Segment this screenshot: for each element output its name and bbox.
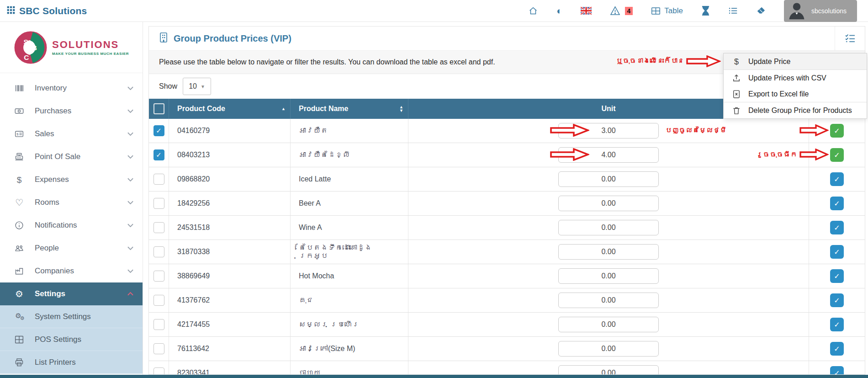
row-checkbox[interactable]: ✓ <box>153 125 164 136</box>
unit-price-input[interactable] <box>558 171 659 187</box>
column-header-product-name[interactable]: Product Name ▲▼ <box>291 99 408 119</box>
menu-item-label: Export to Excel file <box>748 90 809 98</box>
row-select-cell <box>149 192 169 215</box>
menu-item-update-price[interactable]: $ Update Price <box>724 53 867 69</box>
unit-price-input[interactable] <box>558 268 659 284</box>
card-menu-button[interactable] <box>835 27 865 51</box>
unit-price-input[interactable] <box>558 341 659 357</box>
sidebar-subitem-system-settings[interactable]: ⚙⚙ System Settings <box>0 305 143 328</box>
apps-grid-icon <box>6 5 16 16</box>
sidebar-subitem-list-printers[interactable]: List Printers <box>0 351 143 374</box>
sidebar-item-settings[interactable]: ⚙ Settings <box>0 282 143 305</box>
row-checkbox[interactable] <box>153 367 164 375</box>
menu-item-label: Update Price <box>748 58 791 66</box>
table-view-label: Table <box>664 6 683 16</box>
confirm-price-button[interactable]: ✓ <box>830 148 844 162</box>
select-all-checkbox[interactable] <box>153 103 164 114</box>
row-checkbox[interactable] <box>153 246 164 257</box>
alerts-button[interactable]: 4 <box>610 6 633 16</box>
contrast-icon[interactable]: ◐ <box>556 6 562 16</box>
action-cell: ✓ <box>809 288 865 312</box>
sidebar-item-rooms[interactable]: ♡ Rooms <box>0 191 143 214</box>
product-code-header-label: Product Code <box>177 105 225 113</box>
bottom-scrollbar[interactable] <box>0 375 868 378</box>
brand[interactable]: SBC Solutions <box>0 5 87 16</box>
sidebar-item-inventory[interactable]: Inventory <box>0 77 143 100</box>
product-name-cell: អាវក្រៅ(Size M) <box>291 337 408 361</box>
row-checkbox[interactable] <box>153 319 164 330</box>
sidebar-item-companies[interactable]: Companies <box>0 260 143 282</box>
sales-icon: $ <box>14 129 25 138</box>
confirm-price-button[interactable]: ✓ <box>830 245 844 259</box>
row-checkbox[interactable] <box>153 343 164 354</box>
language-flag-icon[interactable] <box>581 7 592 15</box>
row-select-cell <box>149 216 169 240</box>
table-row: 09868820 Iced Latte ✓ <box>149 167 865 192</box>
card-dropdown-menu: $ Update Price Update Prices with CSV Ex… <box>723 53 867 119</box>
column-header-product-code[interactable]: Product Code ▲ <box>169 99 291 119</box>
unit-price-input[interactable] <box>558 244 659 260</box>
list-icon[interactable] <box>728 6 738 15</box>
svg-text:$: $ <box>16 132 19 136</box>
pos-icon <box>14 152 25 161</box>
product-code-cell: 09868820 <box>169 167 291 191</box>
sidebar-item-sales[interactable]: $ Sales <box>0 122 143 145</box>
chevron-down-icon <box>127 152 133 161</box>
action-cell: ✓ <box>809 313 865 336</box>
unit-price-input[interactable] <box>558 196 659 211</box>
select-all-cell <box>149 99 169 119</box>
confirm-price-button[interactable]: ✓ <box>830 366 844 375</box>
user-menu[interactable]: sbcsolutions <box>784 0 857 22</box>
product-name-cell: Hot Mocha <box>291 264 408 288</box>
home-icon[interactable] <box>528 6 538 16</box>
sort-asc-icon: ▲ <box>281 107 286 111</box>
sidebar-item-purchases[interactable]: Purchases <box>0 100 143 122</box>
row-checkbox[interactable] <box>153 222 164 233</box>
brand-name: SBC Solutions <box>19 5 87 16</box>
sidebar-item-people[interactable]: People <box>0 237 143 260</box>
hourglass-icon[interactable] <box>701 6 710 16</box>
table-icon <box>651 7 661 15</box>
sidebar-item-point-of-sale[interactable]: Point Of Sale <box>0 145 143 168</box>
product-name-cell: គុជ <box>291 288 408 312</box>
sidebar-item-label: Sales <box>35 129 54 138</box>
confirm-price-button[interactable]: ✓ <box>830 342 844 356</box>
unit-cell <box>408 192 809 215</box>
row-checkbox[interactable] <box>153 271 164 282</box>
menu-item-delete-group-price-for-products[interactable]: Delete Group Price for Products <box>724 102 867 118</box>
sidebar-subitem-label: POS Settings <box>35 335 81 344</box>
row-checkbox[interactable] <box>153 295 164 306</box>
row-checkbox[interactable]: ✓ <box>153 149 164 160</box>
confirm-price-button[interactable]: ✓ <box>830 221 844 234</box>
unit-price-input[interactable] <box>558 293 659 308</box>
sidebar-item-notifications[interactable]: Notifications <box>0 214 143 237</box>
page-size-select[interactable]: 10 ▼ <box>183 78 211 95</box>
logo-mark: S B C <box>14 31 48 64</box>
menu-item-label: Delete Group Price for Products <box>748 106 852 115</box>
confirm-price-button[interactable]: ✓ <box>830 197 844 210</box>
row-checkbox[interactable] <box>153 198 164 209</box>
select-caret-icon: ▼ <box>201 84 205 89</box>
unit-price-input[interactable] <box>558 365 659 375</box>
confirm-price-button[interactable]: ✓ <box>830 293 844 307</box>
unit-price-input[interactable] <box>558 317 659 332</box>
expenses-icon: $ <box>14 176 25 184</box>
confirm-price-button[interactable]: ✓ <box>830 124 844 138</box>
menu-item-export-to-excel-file[interactable]: Export to Excel file <box>724 86 867 102</box>
confirm-price-button[interactable]: ✓ <box>830 172 844 186</box>
confirm-price-button[interactable]: ✓ <box>830 269 844 283</box>
row-select-cell: ✓ <box>149 119 169 143</box>
menu-item-update-prices-with-csv[interactable]: Update Prices with CSV <box>724 70 867 86</box>
sidebar-subitem-pos-settings[interactable]: POS Settings <box>0 328 143 351</box>
unit-price-input[interactable] <box>558 220 659 235</box>
confirm-price-button[interactable]: ✓ <box>830 318 844 331</box>
sidebar-item-expenses[interactable]: $ Expenses <box>0 168 143 191</box>
product-name-cell: អាវយឺត <box>291 119 408 143</box>
eraser-icon[interactable] <box>756 6 766 15</box>
username-label: sbcsolutions <box>811 7 847 15</box>
row-checkbox[interactable] <box>153 174 164 185</box>
sidebar-menu: Inventory Purchases $ Sales Point Of Sal… <box>0 73 143 305</box>
table-view-button[interactable]: Table <box>651 6 683 16</box>
upload-icon <box>732 74 741 83</box>
sidebar-item-label: Purchases <box>35 106 71 116</box>
